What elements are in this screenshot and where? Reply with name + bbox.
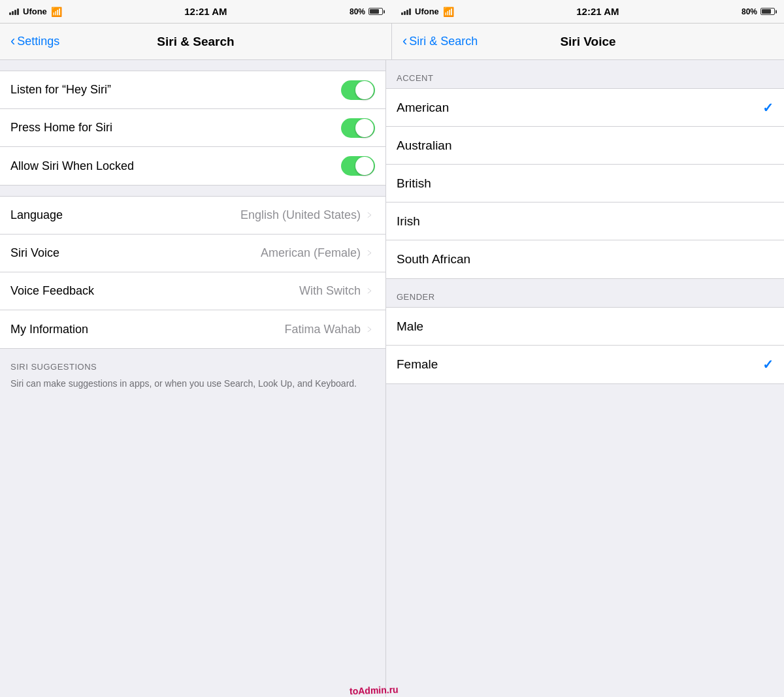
wifi-icon-right: 📶 xyxy=(443,7,454,17)
accent-row-irish[interactable]: Irish xyxy=(386,203,784,240)
accent-label-australian: Australian xyxy=(397,138,452,153)
suggestions-text: Siri can make suggestions in apps, or wh… xyxy=(0,377,385,398)
chevron-right-icon-siri-voice: ﹥ xyxy=(365,246,375,260)
siri-voice-value-group: American (Female) ﹥ xyxy=(261,246,375,260)
siri-voice-label: Siri Voice xyxy=(10,246,59,260)
back-button-right[interactable]: ‹ Siri & Search xyxy=(402,34,478,50)
my-information-value: Fatima Wahab xyxy=(285,323,361,336)
back-button-left[interactable]: ‹ Settings xyxy=(10,34,59,50)
toggle-thumb-2 xyxy=(355,119,374,137)
battery-fill-right xyxy=(762,9,771,14)
left-nav-title: Siri & Search xyxy=(157,35,234,49)
gender-row-female[interactable]: Female ✓ xyxy=(386,346,784,383)
my-information-label: My Information xyxy=(10,323,88,336)
press-home-label: Press Home for Siri xyxy=(10,121,112,135)
status-right-left: 80% xyxy=(350,7,383,16)
battery-left xyxy=(368,8,383,15)
siri-nav-group: Language English (United States) ﹥ Siri … xyxy=(0,196,385,349)
left-panel: Listen for “Hey Siri” Press Home for Sir… xyxy=(0,60,385,697)
chevron-left-icon: ‹ xyxy=(10,33,15,50)
checkmark-female: ✓ xyxy=(762,357,774,372)
nav-bars: ‹ Settings Siri & Search ‹ Siri & Search… xyxy=(0,24,784,60)
toggle-thumb xyxy=(355,81,374,99)
press-home-row[interactable]: Press Home for Siri xyxy=(0,109,385,147)
carrier-left: Ufone xyxy=(23,7,47,16)
my-information-value-group: Fatima Wahab ﹥ xyxy=(285,323,375,336)
siri-toggles-group: Listen for “Hey Siri” Press Home for Sir… xyxy=(0,71,385,186)
chevron-left-icon-right: ‹ xyxy=(402,33,407,50)
battery-right xyxy=(760,8,775,15)
status-left-group-right: Ufone 📶 xyxy=(401,7,454,17)
language-value-group: English (United States) ﹥ xyxy=(240,208,375,222)
hey-siri-toggle[interactable] xyxy=(341,80,375,100)
signal-bars-left xyxy=(9,8,19,15)
accent-row-american[interactable]: American ✓ xyxy=(386,89,784,127)
accent-row-south-african[interactable]: South African xyxy=(386,240,784,278)
accent-row-australian[interactable]: Australian xyxy=(386,127,784,165)
accent-label-south-african: South African xyxy=(397,252,470,267)
status-bar-left: Ufone 📶 12:21 AM 80% xyxy=(0,0,392,24)
accent-row-british[interactable]: British xyxy=(386,165,784,203)
status-bar-right: Ufone 📶 12:21 AM 80% xyxy=(392,0,784,24)
language-label: Language xyxy=(10,208,63,222)
gender-list: Male Female ✓ xyxy=(386,307,784,384)
siri-voice-value: American (Female) xyxy=(261,246,361,260)
time-right: 12:21 AM xyxy=(576,6,619,17)
carrier-right: Ufone xyxy=(415,7,439,16)
left-nav: ‹ Settings Siri & Search xyxy=(0,24,392,59)
time-left: 12:21 AM xyxy=(184,6,227,17)
signal-bars-right xyxy=(401,8,411,15)
chevron-right-icon-language: ﹥ xyxy=(365,208,375,222)
gender-row-male[interactable]: Male xyxy=(386,308,784,346)
toggle-thumb-3 xyxy=(355,157,374,175)
suggestions-header: SIRI SUGGESTIONS xyxy=(0,349,385,377)
battery-pct-left: 80% xyxy=(350,7,365,16)
hey-siri-label: Listen for “Hey Siri” xyxy=(10,83,111,97)
chevron-right-icon-my-info: ﹥ xyxy=(365,323,375,336)
voice-feedback-value: With Switch xyxy=(299,284,361,298)
battery-fill-left xyxy=(370,9,379,14)
chevron-right-icon-voice-feedback: ﹥ xyxy=(365,284,375,298)
status-right-right: 80% xyxy=(742,7,775,16)
voice-feedback-label: Voice Feedback xyxy=(10,284,94,298)
accent-label-american: American xyxy=(397,101,449,115)
allow-siri-locked-row[interactable]: Allow Siri When Locked xyxy=(0,147,385,185)
watermark: toAdmin.ru xyxy=(350,685,399,697)
accent-label-british: British xyxy=(397,176,431,191)
language-value: English (United States) xyxy=(240,208,361,222)
my-information-row[interactable]: My Information Fatima Wahab ﹥ xyxy=(0,310,385,348)
gender-label-male: Male xyxy=(397,319,423,334)
checkmark-american: ✓ xyxy=(762,100,774,116)
suggestions-section: SIRI SUGGESTIONS Siri can make suggestio… xyxy=(0,349,385,398)
back-label-left: Settings xyxy=(17,35,59,48)
hey-siri-row[interactable]: Listen for “Hey Siri” xyxy=(0,71,385,109)
accent-label-irish: Irish xyxy=(397,214,420,229)
voice-feedback-row[interactable]: Voice Feedback With Switch ﹥ xyxy=(0,272,385,310)
gender-section-header: GENDER xyxy=(386,279,784,307)
status-left-group: Ufone 📶 xyxy=(9,7,62,17)
allow-siri-locked-toggle[interactable] xyxy=(341,156,375,176)
back-label-right: Siri & Search xyxy=(409,35,478,48)
gender-label-female: Female xyxy=(397,357,438,372)
press-home-toggle[interactable] xyxy=(341,118,375,138)
accent-section-header: ACCENT xyxy=(386,60,784,88)
main-content: Listen for “Hey Siri” Press Home for Sir… xyxy=(0,60,784,697)
siri-voice-row[interactable]: Siri Voice American (Female) ﹥ xyxy=(0,235,385,272)
voice-feedback-value-group: With Switch ﹥ xyxy=(299,284,375,298)
language-row[interactable]: Language English (United States) ﹥ xyxy=(0,197,385,235)
right-nav-title: Siri Voice xyxy=(560,35,615,49)
wifi-icon-left: 📶 xyxy=(51,7,62,17)
right-panel: ACCENT American ✓ Australian British Iri… xyxy=(385,60,784,697)
accent-list: American ✓ Australian British Irish Sout… xyxy=(386,88,784,279)
battery-pct-right: 80% xyxy=(742,7,757,16)
right-nav: ‹ Siri & Search Siri Voice xyxy=(392,24,784,59)
allow-siri-locked-label: Allow Siri When Locked xyxy=(10,159,134,173)
status-bar: Ufone 📶 12:21 AM 80% Ufone 📶 12:21 AM 80… xyxy=(0,0,784,24)
